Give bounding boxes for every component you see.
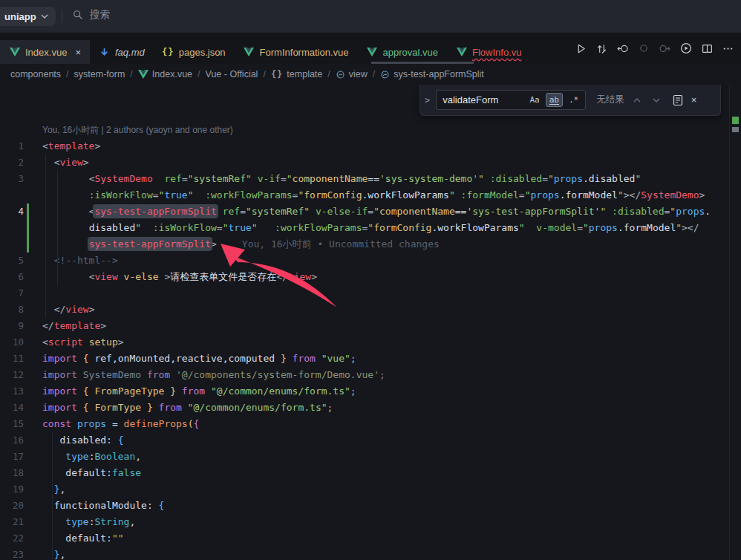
tab-label: FlowInfo.vu [472, 47, 521, 58]
search-icon [73, 10, 83, 20]
breadcrumb-item-view[interactable]: view [336, 69, 368, 79]
line-number: 11 [0, 351, 24, 367]
code-line[interactable]: 6 <view v-else >请检查表单文件是否存在</view> [0, 269, 741, 285]
code-line[interactable]: 5 <!--html--> [0, 253, 741, 269]
code-line[interactable]: 18 default:false [0, 465, 741, 481]
close-icon[interactable]: × [75, 48, 81, 57]
breadcrumb-item-components[interactable]: components [10, 69, 61, 79]
breadcrumb-item-Index.vue[interactable]: Index.vue [138, 69, 192, 79]
tab-label: FormInformation.vue [260, 47, 349, 58]
code-line[interactable]: 14import { FormType } from "@/common/enu… [0, 400, 741, 416]
code-line[interactable]: 16 disabled: { [0, 432, 741, 449]
code-line[interactable]: disabled" :isWorkFlow="true" :workFlowPa… [0, 220, 741, 236]
line-number: 17 [0, 449, 24, 465]
code-line[interactable]: 23 }, [0, 547, 741, 560]
code-line[interactable]: sys-test-appFormSplit>You, 16小时前 • Uncom… [0, 236, 741, 253]
code-line[interactable]: 21 type:String, [0, 514, 741, 530]
breadcrumb-label: components [10, 69, 61, 79]
code-line[interactable]: 11import { ref,onMounted,reactive,comput… [0, 351, 741, 367]
code-line[interactable]: 20 functionalModule: { [0, 498, 741, 514]
breadcrumb-label: system-form [74, 69, 125, 79]
tab-FlowInfo.vu[interactable]: FlowInfo.vu [447, 40, 530, 64]
line-number: 22 [0, 530, 24, 547]
code-line[interactable]: 10<script setup> [0, 334, 741, 351]
find-input[interactable]: validateForm [443, 94, 523, 105]
code-line[interactable]: 1<template> [0, 138, 741, 154]
braces-icon: {} [271, 69, 283, 79]
titlebar-divider [62, 10, 62, 23]
title-bar: uniapp 搜索 [0, 0, 741, 33]
more-actions-icon[interactable] [722, 43, 734, 54]
debug-run-icon[interactable] [680, 42, 692, 54]
global-search[interactable]: 搜索 [73, 8, 110, 22]
line-number: 23 [0, 547, 24, 560]
breadcrumb-label: view [349, 69, 368, 79]
line-number: 19 [0, 481, 24, 498]
split-editor-icon[interactable] [702, 43, 713, 54]
breadcrumb-item-sys-test-appFormSplit[interactable]: sys-test-appFormSplit [380, 69, 484, 79]
git-compare-icon[interactable] [596, 43, 607, 54]
symbol-icon [380, 70, 390, 79]
find-next-button[interactable] [650, 97, 663, 104]
indent-guide [57, 171, 58, 285]
indent-guide [52, 432, 53, 560]
breadcrumb: components/system-form/Index.vue/Vue - O… [0, 64, 741, 85]
overview-ruler-gray-marker [732, 127, 739, 132]
navigate-circle-icon[interactable] [639, 43, 649, 53]
code-line[interactable]: 9</template> [0, 318, 741, 334]
vue-file-icon [9, 48, 20, 56]
find-previous-button[interactable] [630, 97, 644, 104]
tab-label: approval.vue [383, 47, 438, 58]
symbol-icon [336, 70, 345, 79]
whole-word-toggle[interactable]: ab [546, 93, 563, 107]
line-number: 2 [0, 154, 24, 171]
overview-ruler-divider [729, 85, 730, 560]
code-line[interactable]: :isWorkFlow="true" :workFlowParams="form… [0, 187, 741, 204]
git-modified-gutter-bar [27, 204, 29, 253]
tab-approval.vue[interactable]: approval.vue [358, 40, 447, 64]
workspace-label: uniapp [4, 11, 36, 22]
vue-icon [138, 70, 148, 79]
breadcrumb-separator: / [373, 69, 375, 79]
code-line[interactable]: 19 }, [0, 481, 741, 498]
code-line[interactable]: 17 type:Boolean, [0, 449, 741, 465]
run-icon[interactable] [575, 43, 587, 54]
code-line[interactable]: 4 <sys-test-appFormSplit ref="systemRef"… [0, 204, 741, 220]
tab-label: Index.vue [25, 47, 67, 58]
code-line[interactable]: 12import SystemDemo from '@/components/s… [0, 367, 741, 383]
breadcrumb-item-system-form[interactable]: system-form [74, 69, 125, 79]
tabs-container: Index.vue×faq.md{}pages.jsonFormInformat… [0, 33, 530, 64]
tab-FormInformation.vue[interactable]: FormInformation.vue [235, 40, 358, 64]
find-widget: > validateForm Aa ab .* 无结果 × [420, 85, 721, 116]
code-line[interactable]: 8 </view> [0, 302, 741, 318]
code-line[interactable]: 2 <view> [0, 154, 741, 171]
tab-faq.md[interactable]: faq.md [90, 40, 154, 64]
regex-toggle[interactable]: .* [565, 93, 582, 107]
match-case-toggle[interactable]: Aa [526, 93, 543, 107]
code-line[interactable]: 7 [0, 285, 741, 302]
tab-label: pages.json [179, 47, 226, 58]
code-line[interactable]: 3 <SystemDemo ref="systemRef" v-if="comp… [0, 171, 741, 187]
md-file-icon [99, 48, 110, 57]
code-editor[interactable]: You, 16小时前 | 2 authors (yaoyn and one ot… [0, 122, 741, 560]
code-line[interactable]: 22 default:"" [0, 530, 741, 547]
code-line[interactable]: 15const props = defineProps({ [0, 416, 741, 432]
line-number: 3 [0, 171, 24, 187]
navigate-back-icon[interactable] [617, 43, 629, 54]
line-number: 15 [0, 416, 24, 432]
toggle-replace-button[interactable]: > [425, 95, 430, 105]
breadcrumb-label: sys-test-appFormSplit [394, 69, 484, 79]
find-close-button[interactable]: × [691, 94, 697, 105]
breadcrumb-item-template[interactable]: {}template [271, 69, 322, 79]
line-number: 12 [0, 367, 24, 383]
workspace-switcher[interactable]: uniapp [0, 7, 56, 26]
tab-pages.json[interactable]: {}pages.json [154, 40, 235, 64]
breadcrumb-item-Vue - Official[interactable]: Vue - Official [206, 69, 258, 79]
find-in-selection-toggle[interactable] [672, 94, 684, 106]
code-line[interactable]: 13import { FromPageType } from "@/common… [0, 383, 741, 400]
tab-Index.vue[interactable]: Index.vue× [0, 40, 90, 64]
line-number: 14 [0, 400, 24, 416]
indent-guide [45, 154, 46, 318]
navigate-forward-icon[interactable] [659, 43, 670, 54]
breadcrumb-separator: / [327, 69, 330, 79]
